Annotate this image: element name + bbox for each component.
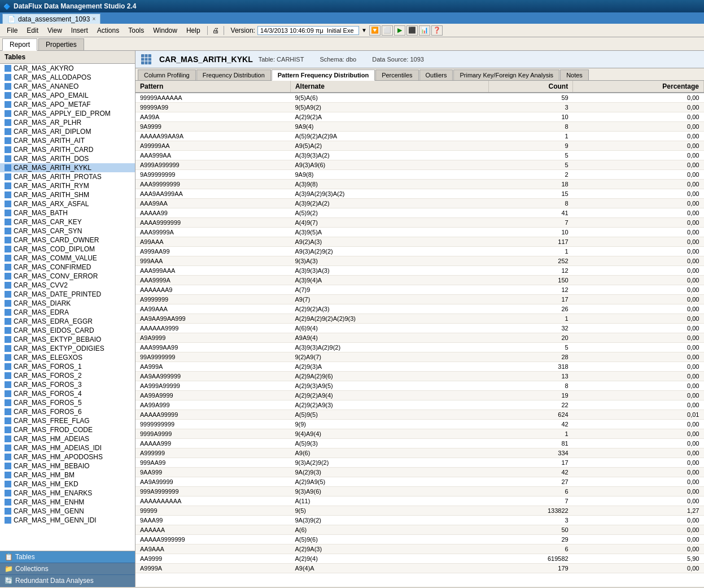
run-button[interactable]: ▶	[394, 25, 405, 36]
table-list-item[interactable]: CAR_MAS_FREE_FLAG	[0, 416, 135, 425]
document-tab[interactable]: 📄 data_assessment_1093 ×	[2, 14, 100, 24]
menu-actions[interactable]: Actions	[93, 25, 124, 36]
table-row[interactable]: 999AAA 9(3)A(3) 252 0,00	[135, 256, 704, 266]
table-row[interactable]: A9A9999 A9A9(4) 20 0,00	[135, 333, 704, 343]
table-row[interactable]: 9A99999999 9A9(8) 2 0,00	[135, 170, 704, 180]
table-list-item[interactable]: CAR_MAS_HM_GENN	[0, 507, 135, 516]
table-list-item[interactable]: CAR_MAS_ANANEO	[0, 82, 135, 91]
table-row[interactable]: AA999A99999 A(2)9(3)A9(5) 8 0,00	[135, 381, 704, 391]
table-row[interactable]: A9999999 A9(7) 17 0,00	[135, 295, 704, 304]
table-list-item[interactable]: CAR_MAS_ARITH_DOS	[0, 154, 135, 163]
table-row[interactable]: AAA99999A A(3)9(5)A 10 0,00	[135, 228, 704, 237]
table-list-item[interactable]: CAR_MAS_FOROS_6	[0, 407, 135, 416]
sidebar-panel-redundant[interactable]: 🔄 Redundant Data Analyses	[0, 575, 135, 587]
table-list-item[interactable]: CAR_MAS_HM_BM	[0, 471, 135, 480]
table-row[interactable]: A9999A A9(4)A 179 0,00	[135, 564, 704, 573]
table-row[interactable]: 9AA999 9A(2)9(3) 42 0,00	[135, 468, 704, 477]
filter-clear-button[interactable]: ⬜	[382, 25, 393, 36]
table-row[interactable]: AA9999 A(2)9(4) 619582 5,90	[135, 554, 704, 564]
table-list-item[interactable]: CAR_MAS_APPLY_EID_PROM	[0, 109, 135, 118]
table-list-item[interactable]: CAR_MAS_APO_EMAIL	[0, 91, 135, 100]
sidebar-panel-tables[interactable]: 📋 Tables	[0, 551, 135, 563]
table-list-item[interactable]: CAR_MAS_FOROS_2	[0, 371, 135, 380]
menu-file[interactable]: File	[2, 25, 22, 36]
table-row[interactable]: AAA9999A A(3)9(4)A 150 0,00	[135, 276, 704, 285]
stop-button[interactable]: ⬛	[406, 25, 418, 36]
table-list-item[interactable]: CAR_MAS_CAR_SYN	[0, 227, 135, 236]
table-list-item[interactable]: CAR_MAS_ARITH_SHM	[0, 190, 135, 199]
table-row[interactable]: AAA999AA99 A(3)9(3)A(2)9(2) 5 0,00	[135, 343, 704, 352]
table-list-item[interactable]: CAR_MAS_HM_ENARKS	[0, 489, 135, 498]
tab-report[interactable]: Report	[2, 38, 37, 51]
version-input[interactable]	[257, 26, 359, 35]
printer-icon[interactable]: 🖨	[212, 27, 219, 34]
tab-close-button[interactable]: ×	[92, 16, 95, 22]
table-list-item[interactable]: CAR_MAS_HM_EKD	[0, 480, 135, 489]
table-list-item[interactable]: CAR_MAS_COMM_VALUE	[0, 254, 135, 263]
table-row[interactable]: A999999 A9(6) 334 0,00	[135, 448, 704, 458]
table-list-item[interactable]: CAR_MAS_EDRA	[0, 308, 135, 317]
table-row[interactable]: 9A9999 9A9(4) 8 0,00	[135, 122, 704, 132]
table-row[interactable]: 99A9999999 9(2)A9(7) 28 0,00	[135, 352, 704, 362]
table-row[interactable]: AA99A A(2)9(2)A 10 0,00	[135, 112, 704, 122]
table-row[interactable]: AAAAAAAAAA A(11) 7 0,00	[135, 496, 704, 506]
sidebar-panel-collections[interactable]: 📁 Collections	[0, 563, 135, 575]
table-row[interactable]: 999AA99 9(3)A(2)9(2) 17 0,00	[135, 458, 704, 468]
table-row[interactable]: AA99AAA A(2)9(2)A(3) 26 0,00	[135, 304, 704, 314]
table-row[interactable]: 9999999999 9(9) 42 0,00	[135, 420, 704, 429]
menu-help[interactable]: Help	[182, 25, 205, 36]
table-list-item[interactable]: CAR_MAS_CAR_KEY	[0, 217, 135, 227]
table-list-item[interactable]: CAR_MAS_BATH	[0, 208, 135, 217]
table-row[interactable]: A99AAA A9(2)A(3) 117 0,00	[135, 237, 704, 247]
table-row[interactable]: AAA99AA A(3)9(2)A(2) 8 0,00	[135, 199, 704, 208]
tab-outliers[interactable]: Outliers	[419, 69, 453, 80]
table-row[interactable]: AAAAAA A(6) 50 0,00	[135, 525, 704, 535]
table-list-item[interactable]: CAR_MAS_CARD_OWNER	[0, 236, 135, 245]
table-list-item[interactable]: CAR_MAS_AKYRO	[0, 64, 135, 73]
table-list-item[interactable]: CAR_MAS_DIARK	[0, 299, 135, 308]
table-list-item[interactable]: CAR_MAS_CONFIRMED	[0, 263, 135, 272]
table-list-item[interactable]: CAR_MAS_ARITH_KYKL	[0, 163, 135, 172]
table-list-item[interactable]: CAR_MAS_EKTYP_BEBAIO	[0, 335, 135, 344]
table-row[interactable]: AA999A A(2)9(3)A 318 0,00	[135, 362, 704, 372]
menu-insert[interactable]: Insert	[67, 25, 93, 36]
table-row[interactable]: 99999AAAAAA 9(5)A(6) 59 0,00	[135, 93, 704, 103]
table-row[interactable]: 9AAA99 9A(3)9(2) 3 0,00	[135, 516, 704, 525]
table-list-item[interactable]: CAR_MAS_ELEGXOS	[0, 353, 135, 362]
export-button[interactable]: 📊	[419, 25, 430, 36]
table-list-item[interactable]: CAR_MAS_HM_APODOSHS	[0, 452, 135, 461]
table-list-item[interactable]: CAR_MAS_APO_METAF	[0, 100, 135, 109]
table-row[interactable]: A999AA99 A9(3)A(2)9(2) 1 0,00	[135, 247, 704, 256]
table-list-item[interactable]: CAR_MAS_EIDOS_CARD	[0, 326, 135, 335]
table-row[interactable]: AA99A9999 A(2)9(2)A9(4) 19 0,00	[135, 391, 704, 400]
table-list-item[interactable]: CAR_MAS_ARI_DIPLOM	[0, 127, 135, 136]
table-row[interactable]: 999A9999999 9(3)A9(6) 6 0,00	[135, 487, 704, 496]
table-row[interactable]: AAAA9999999 A(4)9(7) 7 0,00	[135, 218, 704, 228]
table-row[interactable]: AAA999AAA A(3)9(3)A(3) 12 0,00	[135, 266, 704, 276]
table-row[interactable]: AA9AA99AA999 A(2)9A(2)9(2)A(2)9(3) 1 0,0…	[135, 314, 704, 324]
filter-button[interactable]: 🔽	[369, 25, 381, 36]
tab-percentiles[interactable]: Percentiles	[375, 69, 418, 80]
menu-view[interactable]: View	[43, 25, 67, 36]
menu-tools[interactable]: Tools	[124, 25, 148, 36]
table-list-item[interactable]: CAR_MAS_ARITH_PROTAS	[0, 172, 135, 181]
table-row[interactable]: 9999A9999 9(4)A9(4) 1 0,00	[135, 429, 704, 439]
data-area[interactable]: Pattern Alternate Count Percentage 99999…	[135, 81, 704, 587]
table-list-item[interactable]: CAR_MAS_HM_ADEIAS_IDI	[0, 443, 135, 452]
table-row[interactable]: AA99A999 A(2)9(2)A9(3) 22 0,00	[135, 400, 704, 410]
table-list-item[interactable]: CAR_MAS_FOROS_3	[0, 380, 135, 389]
tab-column-profiling[interactable]: Column Profiling	[138, 69, 196, 80]
table-list-item[interactable]: CAR_MAS_CONV_ERROR	[0, 272, 135, 281]
table-list-item[interactable]: CAR_MAS_HM_GENN_IDI	[0, 516, 135, 525]
table-list-item[interactable]: CAR_MAS_ARITH_RYM	[0, 181, 135, 190]
menu-window[interactable]: Window	[148, 25, 182, 36]
table-list-item[interactable]: CAR_MAS_DATE_PRINTED	[0, 290, 135, 299]
tab-primary-key-foreign-key[interactable]: Primary Key/Foreign Key Analysis	[453, 69, 559, 80]
table-list-item[interactable]: CAR_MAS_FOROS_4	[0, 389, 135, 398]
table-list-item[interactable]: CAR_MAS_FOROS_1	[0, 362, 135, 371]
table-row[interactable]: AA9AAA A(2)9A(3) 6 0,00	[135, 545, 704, 554]
help-button[interactable]: ❓	[431, 25, 443, 36]
table-list-item[interactable]: CAR_MAS_CVV2	[0, 281, 135, 290]
menu-edit[interactable]: Edit	[22, 25, 43, 36]
table-row[interactable]: 99999 9(5) 133822 1,27	[135, 506, 704, 516]
